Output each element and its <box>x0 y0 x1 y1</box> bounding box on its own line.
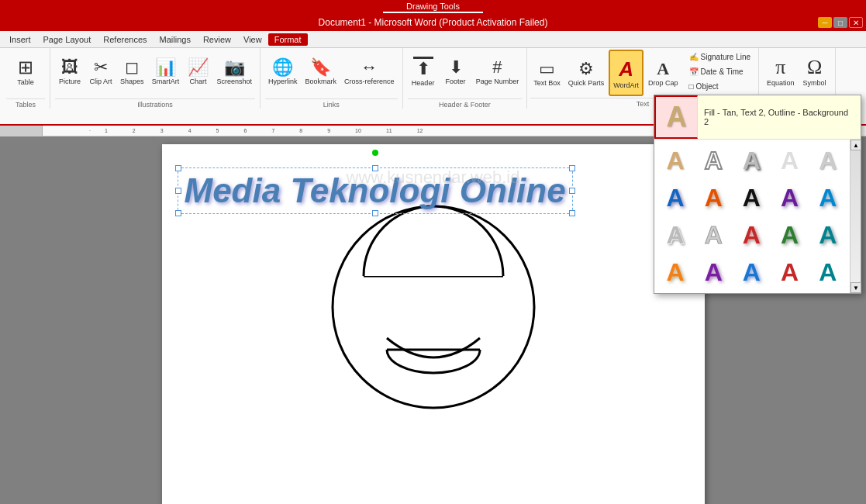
wordart-style-2[interactable]: A <box>695 143 731 178</box>
wordart-style-16[interactable]: A <box>657 254 693 290</box>
handle-top-center[interactable] <box>372 165 378 171</box>
handle-bot-center[interactable] <box>372 210 378 216</box>
quickparts-icon: ⚙ <box>578 59 594 79</box>
signatureline-button[interactable]: ✍ Signature Line <box>685 50 756 64</box>
handle-bot-right[interactable] <box>569 210 575 216</box>
ribbon-group-illustrations: 🖼 Picture ✂ Clip Art ◻ Shapes 📊 SmartArt… <box>50 48 260 109</box>
wordart-text: Media Teknologi Online <box>185 171 566 210</box>
title-bar-container: Drawing Tools Document1 - Microsoft Word… <box>0 0 866 31</box>
object-icon: □ <box>689 82 694 91</box>
handle-top-right[interactable] <box>569 165 575 171</box>
dropcap-icon: A <box>657 59 669 79</box>
hyperlink-icon: 🌐 <box>272 57 293 78</box>
crossref-button[interactable]: ↔ Cross-reference <box>341 48 398 95</box>
menu-bar: Insert Page Layout References Mailings R… <box>0 31 866 48</box>
wordart-style-1[interactable]: A <box>657 143 693 178</box>
close-button[interactable]: ✕ <box>849 17 863 28</box>
header-button[interactable]: ⬆ Header <box>408 48 439 95</box>
wordart-textbox[interactable]: Media Teknologi Online <box>178 167 573 214</box>
pagenumber-icon: # <box>492 57 502 78</box>
equation-icon: π <box>775 56 785 79</box>
symbol-button[interactable]: Ω Symbol <box>799 48 830 95</box>
footer-icon: ⬇ <box>449 57 463 78</box>
table-button[interactable]: ⊞ Table <box>6 48 45 95</box>
picture-button[interactable]: 🖼 Picture <box>55 48 85 95</box>
handle-bot-left[interactable] <box>175 210 181 216</box>
wordart-button[interactable]: A WordArt <box>609 50 643 96</box>
ribbon-group-headerfooter: ⬆ Header ⬇ Footer # Page Number Header &… <box>403 48 528 109</box>
handle-mid-right[interactable] <box>569 188 575 194</box>
wordart-style-20[interactable]: A <box>810 254 846 290</box>
hyperlink-button[interactable]: 🌐 Hyperlink <box>265 48 301 95</box>
menu-item-references[interactable]: References <box>97 33 153 46</box>
table-icon: ⊞ <box>18 57 33 78</box>
chart-icon: 📈 <box>188 57 209 78</box>
headerfooter-group-label: Header & Footer <box>408 98 523 109</box>
minimize-button[interactable]: ─ <box>818 17 832 28</box>
wordart-style-11[interactable]: A <box>657 217 693 253</box>
wordart-style-12[interactable]: A <box>695 217 731 253</box>
textbox-button[interactable]: ▭ Text Box <box>530 50 564 96</box>
links-group-label: Links <box>265 98 398 109</box>
wordart-selected-item[interactable]: A <box>654 95 698 139</box>
smartart-button[interactable]: 📊 SmartArt <box>149 48 183 95</box>
object-button[interactable]: □ Object <box>685 79 756 93</box>
textbox-icon: ▭ <box>539 59 555 79</box>
signatureline-icon: ✍ <box>689 53 699 61</box>
bookmark-button[interactable]: 🔖 Bookmark <box>302 48 340 95</box>
clipart-icon: ✂ <box>94 57 108 78</box>
drawing-tools-label: Drawing Tools <box>383 1 483 13</box>
wordart-style-17[interactable]: A <box>695 254 731 290</box>
wordart-icon: A <box>619 57 633 81</box>
menu-item-insert[interactable]: Insert <box>3 33 37 46</box>
scrollbar-track[interactable] <box>850 150 861 282</box>
document-page[interactable]: www.kusnendar.web.id Media Teknologi Onl… <box>162 144 705 504</box>
chart-button[interactable]: 📈 Chart <box>185 48 212 95</box>
wordart-style-13[interactable]: A <box>733 217 769 253</box>
wordart-style-4[interactable]: A <box>772 143 808 178</box>
menu-item-view[interactable]: View <box>237 33 268 46</box>
pagenumber-button[interactable]: # Page Number <box>473 48 523 95</box>
smiley-svg <box>325 198 542 416</box>
quickparts-button[interactable]: ⚙ Quick Parts <box>565 50 608 96</box>
wordart-style-6[interactable]: A <box>657 180 693 216</box>
scrollbar-up-button[interactable]: ▲ <box>850 140 861 150</box>
menu-item-format[interactable]: Format <box>268 33 308 46</box>
wordart-style-19[interactable]: A <box>772 254 808 290</box>
wordart-style-9[interactable]: A <box>772 180 808 216</box>
handle-top-left[interactable] <box>175 165 181 171</box>
equation-button[interactable]: π Equation <box>764 48 798 95</box>
wordart-tooltip: Fill - Tan, Text 2, Outline - Background… <box>698 95 861 139</box>
smartart-icon: 📊 <box>155 57 176 78</box>
menu-item-review[interactable]: Review <box>197 33 237 46</box>
wordart-style-14[interactable]: A <box>772 217 808 253</box>
maximize-button[interactable]: □ <box>833 17 847 28</box>
picture-icon: 🖼 <box>61 57 78 78</box>
menu-item-pagelayout[interactable]: Page Layout <box>37 33 98 46</box>
menu-item-mailings[interactable]: Mailings <box>154 33 197 46</box>
crossref-icon: ↔ <box>361 57 378 78</box>
dropcap-button[interactable]: A Drop Cap <box>645 50 681 96</box>
wordart-style-8[interactable]: A <box>733 180 769 216</box>
rotation-handle[interactable] <box>372 150 378 156</box>
smiley-container <box>178 198 689 416</box>
screenshot-button[interactable]: 📷 Screenshot <box>214 48 256 95</box>
wordart-style-18[interactable]: A <box>733 254 769 290</box>
handle-mid-left[interactable] <box>175 188 181 194</box>
wordart-style-7[interactable]: A <box>695 180 731 216</box>
wordart-style-15[interactable]: A <box>810 217 846 253</box>
wordart-scrollbar: ▲ ▼ <box>850 140 861 293</box>
datetime-button[interactable]: 📅 Date & Time <box>685 64 756 78</box>
footer-button[interactable]: ⬇ Footer <box>440 48 471 95</box>
clipart-button[interactable]: ✂ Clip Art <box>86 48 116 95</box>
scrollbar-down-button[interactable]: ▼ <box>850 282 861 293</box>
header-icon: ⬆ <box>413 57 433 79</box>
ribbon-group-tables: ⊞ Table Tables <box>2 48 50 109</box>
wordart-style-10[interactable]: A <box>810 180 846 216</box>
wordart-style-5[interactable]: A <box>810 143 846 178</box>
tables-group-label: Tables <box>6 98 45 109</box>
wordart-style-3[interactable]: A <box>733 143 769 178</box>
shapes-button[interactable]: ◻ Shapes <box>117 48 147 95</box>
datetime-icon: 📅 <box>689 67 699 76</box>
shapes-icon: ◻ <box>125 57 139 78</box>
